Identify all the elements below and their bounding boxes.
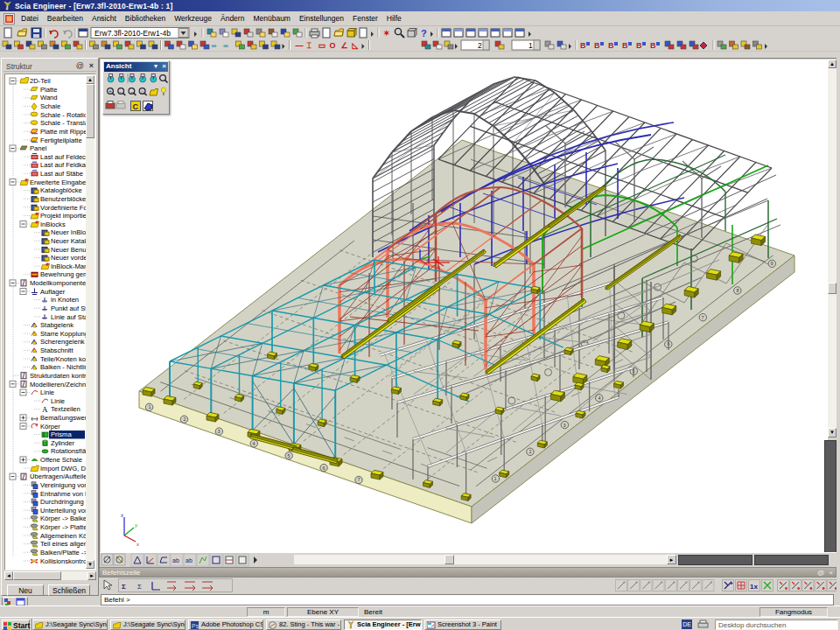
- svg-text:-: -: [119, 88, 121, 94]
- svg-text:3: 3: [217, 429, 220, 434]
- svg-text:Textzeilen: Textzeilen: [51, 405, 80, 413]
- svg-text:2: 2: [528, 449, 531, 454]
- svg-text:B: B: [580, 41, 586, 50]
- svg-text:2D-Teil: 2D-Teil: [30, 77, 51, 85]
- svg-text:Allgemeinen Körper in: Allgemeinen Körper in: [40, 532, 88, 540]
- svg-text:Panel: Panel: [30, 144, 47, 152]
- svg-text:z: z: [121, 513, 123, 518]
- svg-text:2: 2: [478, 41, 482, 50]
- svg-text:Punkt auf Stab: Punkt auf Stab: [51, 304, 88, 312]
- svg-text:Vereinigung von Körp: Vereinigung von Körp: [40, 481, 88, 489]
- svg-text:Balken/Platte -> Allge: Balken/Platte -> Allge: [40, 549, 88, 556]
- svg-text:Stabgelenk: Stabgelenk: [40, 321, 74, 329]
- svg-text:3: 3: [563, 423, 565, 428]
- svg-text:Fertigteilplatte: Fertigteilplatte: [40, 136, 82, 144]
- svg-text:Prisma: Prisma: [51, 430, 72, 438]
- svg-text:Unterteilung von Körp: Unterteilung von Körp: [40, 507, 88, 514]
- svg-text:Neuer Benutzer-In: Neuer Benutzer-In: [51, 246, 88, 254]
- svg-text:y: y: [135, 522, 137, 528]
- svg-text:1: 1: [148, 404, 150, 410]
- svg-text:9: 9: [770, 261, 773, 266]
- svg-text:Teil eines allgemeiner: Teil eines allgemeiner: [40, 540, 88, 548]
- svg-text:Zylinder: Zylinder: [51, 439, 74, 447]
- svg-text:Last auf Feldecken: Last auf Feldecken: [40, 153, 88, 161]
- svg-text:6: 6: [322, 466, 325, 471]
- svg-text:Auflager: Auflager: [40, 288, 66, 296]
- svg-text:Strukturdaten kontrollieren: Strukturdaten kontrollieren: [30, 372, 88, 380]
- svg-text:⌶: ⌶: [307, 41, 312, 50]
- svg-text:Schale - Translationsf: Schale - Translationsf: [40, 119, 88, 127]
- svg-text:Modellieren/Zeichnen: Modellieren/Zeichnen: [30, 381, 88, 388]
- svg-text:Neuer InBlock: Neuer InBlock: [51, 228, 88, 236]
- svg-text:4: 4: [598, 396, 600, 401]
- svg-text:Bemaßungswerkzeug: Bemaßungswerkzeug: [40, 414, 88, 422]
- svg-text:Vordefinierte Formen: Vordefinierte Formen: [40, 204, 88, 212]
- svg-text:x: x: [136, 542, 139, 547]
- svg-text:B: B: [636, 41, 642, 50]
- svg-text:Balken - Nichtlineariti: Balken - Nichtlineariti: [40, 363, 88, 371]
- svg-text:◺: ◺: [352, 41, 360, 50]
- svg-text:Übertragen/Aufteilen/Ver: Übertragen/Aufteilen/Ver: [30, 472, 88, 480]
- svg-text:7: 7: [357, 477, 360, 482]
- svg-text:Offene Schale: Offene Schale: [40, 456, 82, 464]
- svg-text:Körper: Körper: [40, 423, 60, 430]
- svg-text:Last auf Feldkanten: Last auf Feldkanten: [40, 161, 88, 169]
- svg-text:4: 4: [252, 441, 255, 446]
- svg-text:InBlock-Manager: InBlock-Manager: [51, 262, 88, 270]
- svg-text:⌂: ⌂: [141, 88, 144, 94]
- svg-text:Last auf Stäbe: Last auf Stäbe: [40, 170, 83, 178]
- svg-text:Wand: Wand: [40, 94, 58, 102]
- svg-text:Σ: Σ: [137, 583, 142, 591]
- svg-text:Teile/Knoten koppeln: Teile/Knoten koppeln: [40, 355, 88, 363]
- svg-text:InBlocks: InBlocks: [40, 220, 66, 228]
- svg-text:Neuer vordefiniert: Neuer vordefiniert: [51, 254, 88, 262]
- svg-text:?: ?: [421, 28, 427, 38]
- svg-text:Erw7.3fl-2010-Erw1-4b: Erw7.3fl-2010-Erw1-4b: [94, 29, 171, 38]
- svg-text:Rotationsfläche: Rotationsfläche: [51, 447, 88, 455]
- svg-text:Platte: Platte: [40, 86, 57, 94]
- svg-text:—: —: [296, 41, 304, 50]
- svg-text:∞: ∞: [212, 42, 217, 50]
- svg-text:+: +: [108, 88, 112, 94]
- svg-text:∞: ∞: [223, 42, 228, 50]
- svg-text:Erweiterte Eingabe: Erweiterte Eingabe: [30, 178, 86, 186]
- svg-text:C: C: [133, 102, 139, 111]
- svg-text:Linie: Linie: [51, 397, 65, 405]
- svg-text:Schale: Schale: [40, 102, 60, 110]
- svg-text:Kollisionskontrolle vor: Kollisionskontrolle vor: [40, 557, 88, 565]
- svg-text:Durchdringung von K: Durchdringung von K: [40, 498, 88, 506]
- svg-text:Körper -> Balken/Stü: Körper -> Balken/Stü: [40, 514, 88, 522]
- svg-text:Stabschnitt: Stabschnitt: [40, 346, 74, 354]
- svg-text:Schale - Rotationsflä: Schale - Rotationsflä: [40, 111, 88, 119]
- svg-text:B: B: [650, 41, 656, 50]
- svg-text:B: B: [608, 41, 614, 50]
- svg-text:Katalogblöcke: Katalogblöcke: [40, 186, 82, 194]
- svg-text:in Knoten: in Knoten: [51, 296, 79, 304]
- svg-text:Körper -> Platte/Wan: Körper -> Platte/Wan: [40, 523, 88, 531]
- svg-text:B: B: [594, 41, 600, 50]
- svg-text:Linie: Linie: [40, 388, 54, 396]
- svg-text:8: 8: [736, 288, 738, 293]
- svg-text:Modellkomponenten: Modellkomponenten: [30, 279, 88, 287]
- svg-text:1: 1: [528, 41, 533, 50]
- svg-text:Neuer Katalog-InB: Neuer Katalog-InB: [51, 237, 88, 245]
- svg-text:1x: 1x: [750, 583, 758, 591]
- svg-text:O: O: [330, 41, 336, 50]
- svg-text:Platte mit Rippen: Platte mit Rippen: [40, 128, 88, 136]
- svg-text:∠: ∠: [341, 41, 348, 50]
- svg-text:A: A: [42, 405, 48, 414]
- svg-text:Entnahme von Körper: Entnahme von Körper: [40, 490, 88, 498]
- svg-text:1: 1: [494, 476, 496, 481]
- svg-text:Linie auf Stab: Linie auf Stab: [51, 313, 88, 321]
- svg-text:ab: ab: [186, 557, 192, 564]
- svg-text:✶: ✶: [383, 29, 390, 38]
- svg-text:▭: ▭: [318, 41, 326, 50]
- svg-text:Benutzerblöcke: Benutzerblöcke: [40, 195, 86, 203]
- svg-text:Scherengelenk: Scherengelenk: [40, 338, 85, 346]
- svg-text:Ps: Ps: [192, 622, 200, 628]
- svg-text:7: 7: [701, 315, 704, 320]
- svg-text:2: 2: [183, 416, 186, 422]
- svg-text:Σ: Σ: [122, 583, 126, 591]
- svg-text:Starre Kopplungen: Starre Kopplungen: [40, 330, 88, 338]
- svg-text:Import DWG, DXF, VR: Import DWG, DXF, VR: [40, 465, 88, 472]
